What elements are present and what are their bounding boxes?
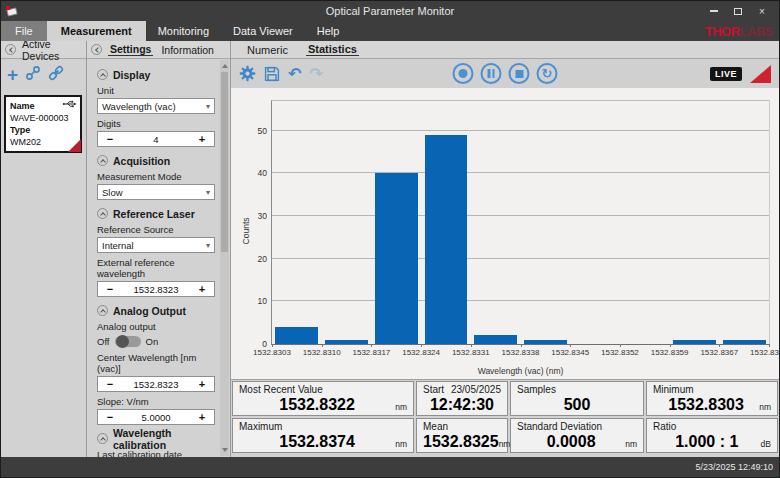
save-icon[interactable] xyxy=(264,66,280,82)
menu-monitoring[interactable]: Monitoring xyxy=(146,21,221,41)
x-tick-mark xyxy=(371,344,372,347)
measurement-mode-dropdown[interactable]: Slow ▾ xyxy=(97,184,215,200)
collapse-section-icon[interactable] xyxy=(97,433,108,444)
chevron-down-icon: ▾ xyxy=(206,188,210,197)
plus-button[interactable]: + xyxy=(190,283,214,295)
gridline xyxy=(272,258,769,259)
app-window: Optical Parameter Monitor × File Measure… xyxy=(0,0,780,478)
undo-icon[interactable]: ↶ xyxy=(288,64,301,83)
x-tick-mark xyxy=(421,344,422,347)
main-panel: Numeric Statistics xyxy=(231,41,779,457)
close-button[interactable]: × xyxy=(753,4,771,18)
stat-samples: Samples 500 xyxy=(510,381,644,416)
y-axis-title: Counts xyxy=(241,217,251,244)
connect-device-icon[interactable] xyxy=(25,65,41,85)
collapse-section-icon[interactable] xyxy=(97,305,108,316)
x-tick-label: 1532.8324 xyxy=(402,348,440,357)
device-type-label: Type xyxy=(10,124,76,136)
plus-button[interactable]: + xyxy=(190,133,214,145)
x-tick-mark xyxy=(322,344,323,347)
chevron-down-icon: ▾ xyxy=(206,241,210,250)
x-tick-label: 1532.8359 xyxy=(651,348,689,357)
repeat-button[interactable]: ↻ xyxy=(537,63,558,84)
section-analog-output[interactable]: Analog Output xyxy=(97,304,216,317)
section-display[interactable]: Display xyxy=(97,68,216,81)
slope-stepper[interactable]: − 5.0000 + xyxy=(97,409,215,425)
add-device-button[interactable]: + xyxy=(7,68,18,82)
scroll-down-icon[interactable] xyxy=(222,448,228,452)
center-wavelength-stepper[interactable]: − 1532.8323 + xyxy=(97,376,215,392)
active-devices-panel: Active Devices + xyxy=(1,41,87,457)
maximize-button[interactable] xyxy=(729,4,747,18)
usb-icon xyxy=(62,99,77,112)
histogram-bar xyxy=(375,173,418,344)
menu-measurement[interactable]: Measurement xyxy=(47,21,146,41)
digits-stepper[interactable]: − 4 + xyxy=(97,131,215,147)
reference-source-dropdown[interactable]: Internal ▾ xyxy=(97,237,215,253)
pause-button[interactable] xyxy=(481,63,502,84)
unit-dropdown[interactable]: Wavelength (vac) ▾ xyxy=(97,98,215,114)
plus-button[interactable]: + xyxy=(190,411,214,423)
menu-help[interactable]: Help xyxy=(305,21,352,41)
toggle-off-label: Off xyxy=(97,336,110,347)
collapse-devices-icon[interactable] xyxy=(5,44,16,55)
menu-data-viewer[interactable]: Data Viewer xyxy=(221,21,305,41)
tab-statistics[interactable]: Statistics xyxy=(306,43,359,56)
external-reference-label: External reference wavelength xyxy=(97,257,216,279)
analog-output-toggle[interactable] xyxy=(115,336,141,347)
section-acquisition[interactable]: Acquisition xyxy=(97,154,216,167)
external-reference-stepper[interactable]: − 1532.8323 + xyxy=(97,281,215,297)
collapse-section-icon[interactable] xyxy=(97,208,108,219)
stat-maximum: Maximum 1532.8374nm xyxy=(232,418,414,453)
minus-button[interactable]: − xyxy=(98,283,122,295)
live-badge: LIVE xyxy=(710,67,742,81)
histogram-bar xyxy=(673,340,716,344)
y-tick-label: 30 xyxy=(258,211,267,221)
tab-information[interactable]: Information xyxy=(159,44,216,56)
settings-scrollbar[interactable] xyxy=(220,60,229,456)
y-tick-label: 40 xyxy=(258,168,267,178)
minus-button[interactable]: − xyxy=(98,378,122,390)
section-wavelength-calibration[interactable]: Wavelength calibration xyxy=(97,432,216,445)
chevron-down-icon: ▾ xyxy=(206,102,210,111)
plus-button[interactable]: + xyxy=(190,378,214,390)
settings-gear-icon[interactable] xyxy=(239,65,256,82)
device-card[interactable]: Name WAVE-000003 Type WM202 xyxy=(4,95,82,153)
histogram-bar xyxy=(524,340,567,344)
x-tick-mark xyxy=(570,344,571,347)
x-tick-mark xyxy=(272,344,273,347)
histogram-bar xyxy=(325,340,368,344)
minus-button[interactable]: − xyxy=(98,411,122,423)
measurement-mode-label: Measurement Mode xyxy=(97,171,216,182)
gridline xyxy=(272,215,769,216)
x-tick-mark xyxy=(620,344,621,347)
x-tick-label: 1532.8338 xyxy=(502,348,540,357)
stop-button[interactable] xyxy=(509,63,530,84)
x-tick-mark xyxy=(471,344,472,347)
gridline xyxy=(272,300,769,301)
tab-settings[interactable]: Settings xyxy=(108,43,153,56)
tab-numeric[interactable]: Numeric xyxy=(245,44,290,56)
minimize-button[interactable] xyxy=(705,4,723,18)
x-axis-title: Wavelength (vac) (nm) xyxy=(271,366,770,376)
record-button[interactable] xyxy=(453,63,474,84)
scrollbar-thumb[interactable] xyxy=(221,72,228,252)
collapse-settings-icon[interactable] xyxy=(91,44,102,55)
link-device-icon[interactable] xyxy=(48,65,64,85)
gridline xyxy=(272,130,769,131)
digits-label: Digits xyxy=(97,118,216,129)
settings-panel: Settings Information Display Unit Wavele… xyxy=(87,41,231,457)
chart-toolbar: ↶ ↷ ↻ LIVE xyxy=(231,59,779,88)
minus-button[interactable]: − xyxy=(98,133,122,145)
redo-icon[interactable]: ↷ xyxy=(309,64,322,83)
x-tick-label: 1532.8352 xyxy=(601,348,639,357)
x-tick-label: 1532.8317 xyxy=(352,348,390,357)
scroll-up-icon[interactable] xyxy=(222,64,228,68)
collapse-section-icon[interactable] xyxy=(97,155,108,166)
collapse-section-icon[interactable] xyxy=(97,69,108,80)
section-reference-laser[interactable]: Reference Laser xyxy=(97,207,216,220)
x-tick-label: 1532.8367 xyxy=(700,348,738,357)
menu-file[interactable]: File xyxy=(1,21,47,41)
histogram-chart: Counts 010203040501532.83031532.83101532… xyxy=(231,88,779,379)
gridline xyxy=(272,172,769,173)
